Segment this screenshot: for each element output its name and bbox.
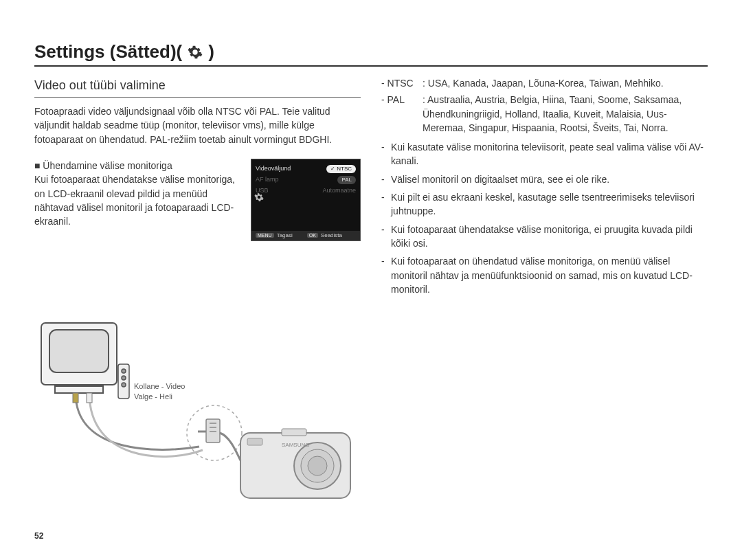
menu-option-pal: PAL [337,176,356,184]
section-heading: Video out tüübi valimine [34,76,361,98]
svg-point-6 [122,383,126,387]
connection-block: ■ Ühendamine välise monitoriga Kui fotoa… [34,159,243,228]
note-4: Kui fotoaparaat ühendatakse välise monit… [391,223,708,251]
label-white: Valge - Heli [134,392,185,402]
menu-label-back: Tagasi [277,232,293,238]
menu-key-ok: OK [307,233,318,238]
page-title: Settings (Sätted)( ) [34,41,214,63]
standard-definitions: - NTSC : USA, Kanada, Jaapan, Lõuna-Kore… [381,76,708,135]
camera-menu-screenshot: Videoväljund NTSC AF lamp PAL USB Automa… [251,159,361,241]
svg-text:SAMSUNG: SAMSUNG [282,442,309,448]
notes-list: -Kui kasutate välise monitorina televiis… [381,140,708,296]
menu-option-ntsc: NTSC [326,165,356,173]
bullet-heading: ■ Ühendamine välise monitoriga [34,159,243,172]
menu-key-back: MENU [256,233,274,238]
svg-rect-8 [87,393,92,403]
svg-point-4 [122,369,126,373]
svg-rect-19 [247,438,262,445]
intro-paragraph: Fotoapraadi video väljundsignaal võib ol… [34,104,361,146]
note-3: Kui pilt ei asu ekraani keskel, kasutage… [391,190,708,219]
menu-item-aflamp: AF lamp [256,175,279,184]
gear-icon [254,192,264,205]
bullet-body: Kui fotoaparaat ühendatakse välise monit… [34,172,243,228]
right-column: - NTSC : USA, Kanada, Jaapan, Lõuna-Kore… [381,76,708,300]
note-1: Kui kasutate välise monitorina televiiso… [391,140,708,168]
cable-color-labels: Kollane - Video Valge - Heli [134,381,185,403]
gear-icon [188,45,203,60]
dash-icon: - [381,190,391,219]
pal-term: - PAL [381,93,423,135]
left-column: Video out tüübi valimine Fotoapraadi vid… [34,76,361,300]
ntsc-term: - NTSC [381,76,423,90]
bullet-square-icon: ■ Ühendamine välise monitoriga [34,160,172,171]
dash-icon: - [381,140,391,168]
svg-rect-1 [49,330,109,372]
note-2: Välisel monitoril on digitaalset müra, s… [391,172,609,186]
svg-point-5 [122,376,126,380]
menu-option-auto: Automaatne [322,186,356,195]
svg-rect-10 [206,419,220,443]
title-suffix: ) [208,41,214,63]
pal-desc: : Austraalia, Austria, Belgia, Hiina, Ta… [423,93,708,135]
menu-label-ok: Seadista [321,232,342,238]
connection-illustration: SAMSUNG [34,316,378,522]
ntsc-desc: : USA, Kanada, Jaapan, Lõuna-Korea, Taiw… [423,76,708,90]
svg-rect-2 [55,386,103,393]
menu-item-videoout: Videoväljund [256,164,291,173]
page-title-row: Settings (Sätted)( ) [34,41,708,67]
dash-icon: - [381,172,391,186]
svg-rect-7 [73,393,78,403]
dash-icon: - [381,223,391,251]
svg-rect-15 [282,429,306,436]
dash-icon: - [381,254,391,296]
page-number: 52 [34,531,43,541]
label-yellow: Kollane - Video [134,381,185,392]
title-prefix: Settings (Sätted)( [34,41,182,63]
note-5: Kui fotoaparaat on ühendatud välise moni… [391,254,708,296]
svg-point-18 [308,456,327,475]
